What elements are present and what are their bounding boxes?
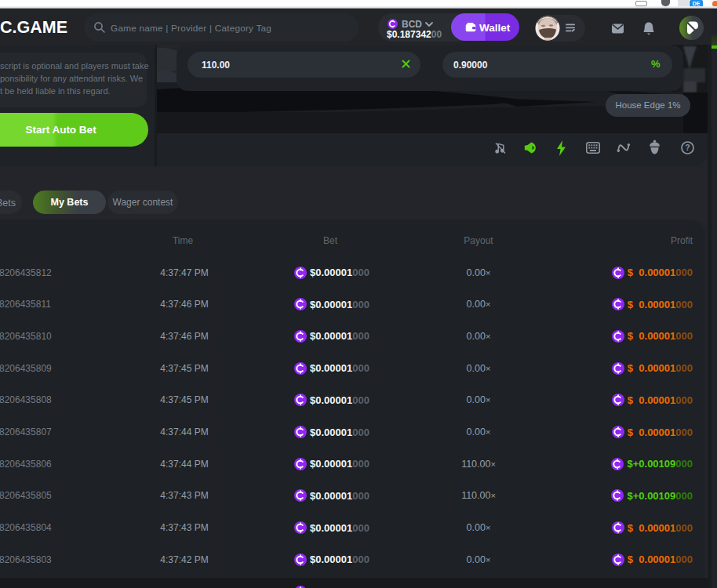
svg-text:?: ? xyxy=(685,143,690,152)
